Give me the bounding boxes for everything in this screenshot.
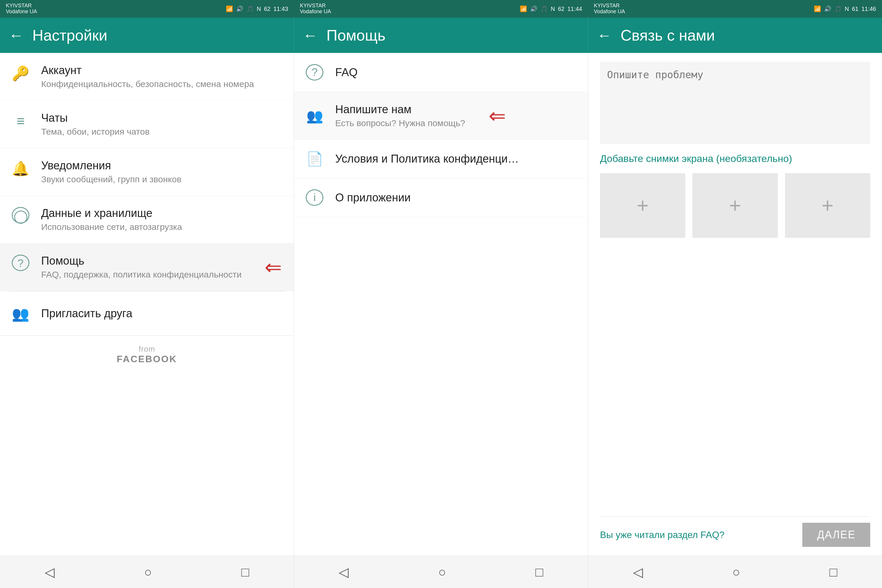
nav-recents-2[interactable]: □ <box>526 562 552 582</box>
status-panel-3: KYIVSTAR Vodafone UA 📶 🔊 🎵 N 61 11:46 <box>588 0 882 18</box>
write-title: Напишите нам <box>335 103 465 116</box>
settings-app-bar: ← Настройки <box>0 18 294 53</box>
about-icon: i <box>306 189 323 206</box>
account-title: Аккаунт <box>41 64 254 77</box>
write-arrow-annotation: ⇐ <box>489 104 506 128</box>
nav-back-1[interactable]: ◁ <box>36 561 63 582</box>
help-menu-title: Помощь <box>41 255 242 267</box>
chat-icon: ≡ <box>12 112 29 129</box>
data-icon: ◯ <box>12 207 29 224</box>
add-screenshot-2-icon: + <box>729 194 741 217</box>
settings-title: Настройки <box>32 27 107 44</box>
carrier-2: KYIVSTAR Vodafone UA <box>300 3 331 15</box>
footer-from: from <box>0 345 294 354</box>
status-bar: KYIVSTAR Vodafone UA 📶 🔊 🎵 N 62 11:43 KY… <box>0 0 882 18</box>
nav-home-2[interactable]: ○ <box>429 562 455 582</box>
help-arrow-annotation: ⇐ <box>265 255 282 279</box>
notifications-title: Уведомления <box>41 159 182 172</box>
help-panel: ? FAQ 👥 Напишите нам Есть вопросы? Нужна… <box>294 53 588 556</box>
settings-list: 🔑 Аккаунт Конфиденциальность, безопаснос… <box>0 53 294 556</box>
settings-panel: 🔑 Аккаунт Конфиденциальность, безопаснос… <box>0 53 294 556</box>
invite-title: Пригласить друга <box>41 307 132 320</box>
help-menu-subtitle: FAQ, поддержка, политика конфиденциально… <box>41 270 242 280</box>
add-screenshots-label[interactable]: Добавьте снимки экрана (необязательно) <box>600 153 870 164</box>
contact-panel: Добавьте снимки экрана (необязательно) +… <box>588 53 882 556</box>
nav-back-3[interactable]: ◁ <box>624 561 652 582</box>
key-icon: 🔑 <box>12 64 29 82</box>
footer-facebook: FACEBOOK <box>0 354 294 364</box>
chats-title: Чаты <box>41 112 150 124</box>
write-icon: 👥 <box>306 108 323 124</box>
content-area: 🔑 Аккаунт Конфиденциальность, безопаснос… <box>0 53 882 556</box>
help-item-about[interactable]: i О приложении <box>294 178 588 217</box>
nav-panel-2: ◁ ○ □ <box>294 556 588 588</box>
settings-item-account[interactable]: 🔑 Аккаунт Конфиденциальность, безопаснос… <box>0 53 294 100</box>
nav-recents-1[interactable]: □ <box>232 562 258 582</box>
add-screenshot-3-icon: + <box>821 194 834 217</box>
faq-icon: ? <box>306 64 323 81</box>
status-icons-3: 📶 🔊 🎵 N 61 11:46 <box>814 5 876 12</box>
screenshot-slot-2[interactable]: + <box>692 173 778 238</box>
settings-item-chats[interactable]: ≡ Чаты Тема, обои, история чатов <box>0 100 294 148</box>
add-screenshot-1-icon: + <box>636 194 649 217</box>
notifications-subtitle: Звуки сообщений, групп и звонков <box>41 174 182 184</box>
help-list: ? FAQ 👥 Напишите нам Есть вопросы? Нужна… <box>294 53 588 556</box>
problem-textarea[interactable] <box>600 62 870 144</box>
help-app-bar: ← Помощь <box>294 18 588 53</box>
carrier-1: KYIVSTAR Vodafone UA <box>6 3 37 15</box>
settings-item-help[interactable]: ? Помощь FAQ, поддержка, политика конфид… <box>0 243 294 291</box>
footer-brand: from FACEBOOK <box>0 336 294 370</box>
help-back-button[interactable]: ← <box>303 28 318 43</box>
account-subtitle: Конфиденциальность, безопасность, смена … <box>41 79 254 89</box>
terms-title: Условия и Политика конфиденци… <box>335 153 519 165</box>
nav-panel-3: ◁ ○ □ <box>588 556 882 588</box>
nav-panel-1: ◁ ○ □ <box>0 556 294 588</box>
nav-recents-3[interactable]: □ <box>820 562 846 582</box>
carrier-3: KYIVSTAR Vodafone UA <box>594 3 625 15</box>
help-item-faq[interactable]: ? FAQ <box>294 53 588 92</box>
app-bar: ← Настройки ← Помощь ← Связь с нами <box>0 18 882 53</box>
nav-home-3[interactable]: ○ <box>723 562 749 582</box>
nav-back-2[interactable]: ◁ <box>330 561 357 582</box>
bell-icon: 🔔 <box>12 159 29 177</box>
terms-icon: 📄 <box>306 151 323 167</box>
settings-back-button[interactable]: ← <box>9 28 24 43</box>
status-icons-1: 📶 🔊 🎵 N 62 11:43 <box>226 5 288 12</box>
data-subtitle: Использование сети, автозагрузка <box>41 222 182 232</box>
help-icon: ? <box>12 255 29 271</box>
screenshot-slot-3[interactable]: + <box>785 173 870 238</box>
nav-home-1[interactable]: ○ <box>135 562 161 582</box>
invite-icon: 👥 <box>12 304 29 322</box>
help-item-terms[interactable]: 📄 Условия и Политика конфиденци… <box>294 140 588 178</box>
settings-item-invite[interactable]: 👥 Пригласить друга <box>0 291 294 336</box>
faq-read-link[interactable]: Вы уже читали раздел FAQ? <box>600 530 725 540</box>
data-title: Данные и хранилище <box>41 207 182 220</box>
write-subtitle: Есть вопросы? Нужна помощь? <box>335 118 465 128</box>
contact-app-bar: ← Связь с нами <box>588 18 882 53</box>
contact-back-button[interactable]: ← <box>597 28 612 43</box>
status-panel-2: KYIVSTAR Vodafone UA 📶 🔊 🎵 N 62 11:44 <box>294 0 588 18</box>
screenshot-slot-1[interactable]: + <box>600 173 686 238</box>
nav-bar: ◁ ○ □ ◁ ○ □ ◁ ○ □ <box>0 556 882 588</box>
contact-content: Добавьте снимки экрана (необязательно) +… <box>588 53 882 556</box>
chats-subtitle: Тема, обои, история чатов <box>41 127 150 137</box>
status-icons-2: 📶 🔊 🎵 N 62 11:44 <box>520 5 582 12</box>
faq-title: FAQ <box>335 66 357 79</box>
contact-title: Связь с нами <box>621 27 715 44</box>
screenshot-slots: + + + <box>600 173 870 238</box>
contact-footer: Вы уже читали раздел FAQ? ДАЛЕЕ <box>600 516 870 547</box>
help-title: Помощь <box>326 27 386 44</box>
help-item-write[interactable]: 👥 Напишите нам Есть вопросы? Нужна помощ… <box>294 92 588 140</box>
settings-item-data[interactable]: ◯ Данные и хранилище Использование сети,… <box>0 196 294 243</box>
settings-item-notifications[interactable]: 🔔 Уведомления Звуки сообщений, групп и з… <box>0 148 294 196</box>
status-panel-1: KYIVSTAR Vodafone UA 📶 🔊 🎵 N 62 11:43 <box>0 0 294 18</box>
about-title: О приложении <box>335 191 410 204</box>
submit-button[interactable]: ДАЛЕЕ <box>802 523 870 547</box>
